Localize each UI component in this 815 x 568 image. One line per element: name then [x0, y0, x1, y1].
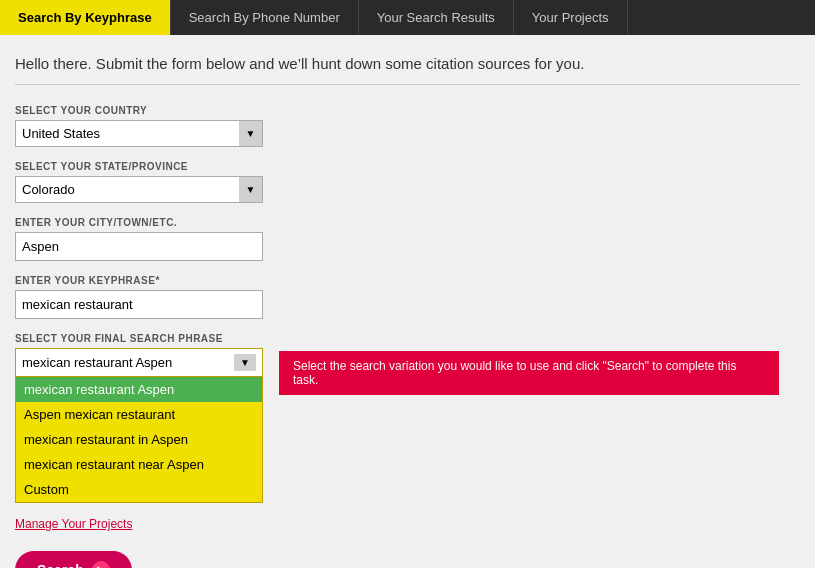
- keyphrase-input[interactable]: [15, 290, 263, 319]
- dropdown-option-4[interactable]: Custom: [16, 477, 262, 502]
- intro-text: Hello there. Submit the form below and w…: [15, 55, 800, 85]
- tab-results[interactable]: Your Search Results: [359, 0, 514, 35]
- search-button-arrow-icon: ▶: [92, 561, 110, 568]
- city-group: ENTER YOUR CITY/TOWN/ETC.: [15, 217, 800, 261]
- manage-projects-link[interactable]: Manage Your Projects: [15, 517, 800, 531]
- city-input[interactable]: [15, 232, 263, 261]
- search-phrase-row: SELECT YOUR FINAL SEARCH PHRASE mexican …: [15, 333, 800, 503]
- dropdown-option-0[interactable]: mexican restaurant Aspen: [16, 377, 262, 402]
- tab-phone[interactable]: Search By Phone Number: [171, 0, 359, 35]
- dropdown-toggle-button[interactable]: ▼: [234, 354, 256, 371]
- search-button[interactable]: Search ▶: [15, 551, 132, 568]
- dropdown-option-1[interactable]: Aspen mexican restaurant: [16, 402, 262, 427]
- final-phrase-dropdown: mexican restaurant Aspen ▼ mexican resta…: [15, 348, 263, 503]
- country-select[interactable]: United States: [15, 120, 263, 147]
- dropdown-options-list: mexican restaurant Aspen Aspen mexican r…: [16, 377, 262, 502]
- state-label: SELECT YOUR STATE/PROVINCE: [15, 161, 800, 172]
- state-group: SELECT YOUR STATE/PROVINCE Colorado ▼: [15, 161, 800, 203]
- search-phrase-hint: Select the search variation you would li…: [279, 351, 779, 395]
- search-phrase-left: SELECT YOUR FINAL SEARCH PHRASE mexican …: [15, 333, 263, 503]
- dropdown-selected-text: mexican restaurant Aspen: [22, 355, 234, 370]
- main-content: Hello there. Submit the form below and w…: [0, 35, 815, 568]
- tab-projects[interactable]: Your Projects: [514, 0, 628, 35]
- country-label: SELECT YOUR COUNTRY: [15, 105, 800, 116]
- country-group: SELECT YOUR COUNTRY United States ▼: [15, 105, 800, 147]
- country-select-wrapper: United States ▼: [15, 120, 263, 147]
- city-label: ENTER YOUR CITY/TOWN/ETC.: [15, 217, 800, 228]
- tab-bar: Search By Keyphrase Search By Phone Numb…: [0, 0, 815, 35]
- tab-keyphrase[interactable]: Search By Keyphrase: [0, 0, 171, 35]
- keyphrase-label: ENTER YOUR KEYPHRASE*: [15, 275, 800, 286]
- state-select-wrapper: Colorado ▼: [15, 176, 263, 203]
- final-phrase-label: SELECT YOUR FINAL SEARCH PHRASE: [15, 333, 263, 344]
- dropdown-selected[interactable]: mexican restaurant Aspen ▼: [16, 349, 262, 377]
- dropdown-option-3[interactable]: mexican restaurant near Aspen: [16, 452, 262, 477]
- keyphrase-group: ENTER YOUR KEYPHRASE*: [15, 275, 800, 319]
- state-select[interactable]: Colorado: [15, 176, 263, 203]
- dropdown-option-2[interactable]: mexican restaurant in Aspen: [16, 427, 262, 452]
- search-button-label: Search: [37, 562, 84, 568]
